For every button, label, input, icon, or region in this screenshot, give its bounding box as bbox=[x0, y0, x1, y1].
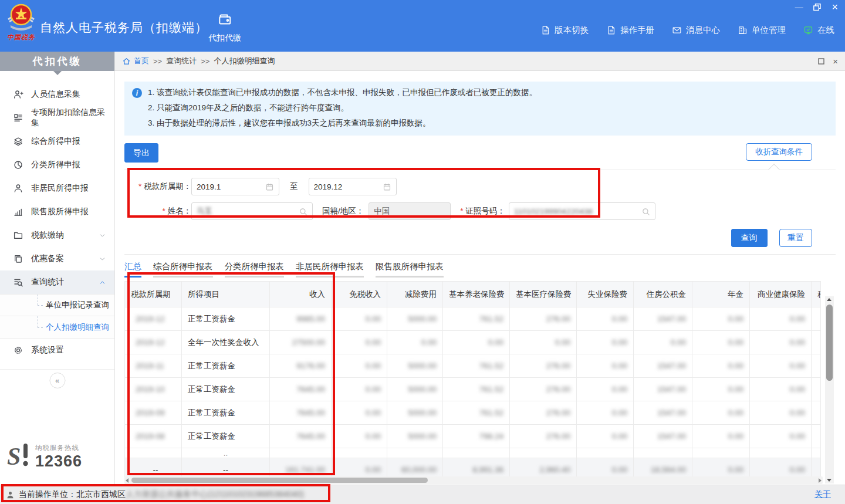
sidebar-item[interactable]: 非居民所得申报 bbox=[0, 177, 114, 200]
sidebar-item[interactable]: 综合所得申报 bbox=[0, 130, 114, 153]
header-nav-item[interactable]: 版本切换 bbox=[540, 25, 589, 36]
current-unit-visible: 北京市西城区 bbox=[76, 489, 126, 500]
table-header-cell: 所得项目 bbox=[182, 282, 270, 307]
sidebar-collapse-button[interactable]: « bbox=[49, 373, 65, 388]
sidebar-item[interactable]: 人员信息采集 bbox=[0, 83, 114, 106]
table-row[interactable]: 2019-11正常工资薪金9176.000.005000.00761.52276… bbox=[125, 354, 821, 378]
table-cell: 7645.00 bbox=[270, 401, 332, 425]
period-to-input[interactable]: 2019.12 bbox=[309, 178, 397, 195]
close-button[interactable]: × bbox=[832, 3, 838, 11]
table-cell: .. bbox=[182, 448, 270, 458]
monitor-check-icon bbox=[803, 25, 813, 35]
table-row[interactable]: 2019-09正常工资薪金7645.000.005000.00761.52276… bbox=[125, 401, 821, 425]
sidebar-item[interactable]: 系统设置 bbox=[0, 339, 114, 362]
chevron-down-icon bbox=[99, 232, 106, 239]
table-cell: 276.00 bbox=[510, 378, 577, 401]
table-cell bbox=[750, 448, 812, 458]
doc-icon bbox=[606, 25, 616, 35]
header-nav-item[interactable]: 单位管理 bbox=[738, 25, 786, 36]
sidebar-item[interactable]: 限售股所得申报 bbox=[0, 200, 114, 224]
toolbar: 导出 收折查询条件 bbox=[124, 143, 836, 163]
breadcrumb-item[interactable]: 查询统计 bbox=[166, 56, 197, 66]
calendar-icon bbox=[383, 182, 391, 191]
table-row[interactable]: 2019-12正常工资薪金9985.000.005000.00761.52276… bbox=[125, 307, 821, 331]
period-from-input[interactable]: 2019.1 bbox=[191, 178, 279, 195]
scroll-up-icon[interactable] bbox=[827, 298, 832, 301]
sidebar-item[interactable]: 查询统计 bbox=[0, 270, 114, 294]
search-button[interactable]: 查询 bbox=[731, 229, 768, 247]
nationality-input: 中国 bbox=[369, 202, 451, 220]
hotline-headset-icon: S bbox=[7, 442, 32, 472]
sidebar-item[interactable]: 分类所得申报 bbox=[0, 153, 114, 177]
table-cell: 1547.00 bbox=[634, 378, 692, 401]
breadcrumb-home[interactable]: 首页 bbox=[122, 56, 149, 66]
table-row[interactable]: 2019-12全年一次性奖金收入27500.000.000.000.000.00… bbox=[125, 331, 821, 354]
header-nav-item[interactable]: 消息中心 bbox=[672, 25, 720, 36]
table-row[interactable]: .. bbox=[125, 448, 821, 458]
header-nav-item[interactable]: 在线 bbox=[803, 25, 834, 36]
table-cell: 5000.00 bbox=[387, 401, 443, 425]
scroll-right-icon[interactable] bbox=[819, 478, 822, 483]
about-link[interactable]: 关于 bbox=[814, 489, 831, 500]
sidebar-item[interactable]: 专项附加扣除信息采集 bbox=[0, 106, 114, 130]
table-cell: 正常工资薪金 bbox=[182, 378, 270, 401]
table-cell: 2019-12 bbox=[125, 307, 182, 331]
table-cell: 0.00 bbox=[692, 331, 750, 354]
module-tab-withholding[interactable]: 代扣代缴 bbox=[207, 12, 243, 43]
table-cell: 0.00 bbox=[692, 378, 750, 401]
panel-controls: × bbox=[818, 58, 838, 65]
table-cell bbox=[812, 331, 821, 354]
restore-button[interactable] bbox=[813, 4, 821, 11]
collapse-query-button[interactable]: 收折查询条件 bbox=[746, 143, 812, 161]
tab-分类所得申报表[interactable]: 分类所得申报表 bbox=[225, 261, 285, 278]
bar-chart-icon bbox=[13, 207, 23, 217]
tab-综合所得申报表[interactable]: 综合所得申报表 bbox=[153, 261, 213, 278]
horizontal-scrollbar[interactable] bbox=[124, 476, 823, 484]
table-cell: 5000.00 bbox=[387, 425, 443, 448]
table-header-cell: 税 bbox=[812, 282, 821, 307]
table-cell: 0.00 bbox=[387, 331, 443, 354]
minimize-button[interactable]: — bbox=[795, 3, 803, 11]
vertical-scroll-thumb[interactable] bbox=[826, 305, 833, 381]
table-cell: 0.00 bbox=[634, 331, 692, 354]
query-buttons: 查询 重置 bbox=[124, 229, 836, 247]
hotline-label: 纳税服务热线 bbox=[35, 444, 82, 452]
table-header-cell: 基本养老保险费 bbox=[443, 282, 510, 307]
table-cell: 1547.00 bbox=[634, 425, 692, 448]
table-cell bbox=[812, 378, 821, 401]
table-cell: 5000.00 bbox=[387, 378, 443, 401]
tab-非居民所得申报表[interactable]: 非居民所得申报表 bbox=[296, 261, 364, 278]
header-nav-item[interactable]: 操作手册 bbox=[606, 25, 654, 36]
name-input[interactable]: 马某 bbox=[191, 202, 313, 220]
table-cell bbox=[812, 425, 821, 448]
reset-button[interactable]: 重置 bbox=[779, 229, 812, 247]
notice-line: 3. 由于数据处理的滞后性，建议您在申报成功3天之后再来查询最新的申报数据。 bbox=[148, 116, 826, 131]
panel-maximize-button[interactable] bbox=[818, 58, 824, 65]
sidebar-item[interactable]: 优惠备案 bbox=[0, 247, 114, 270]
tab-限售股所得申报表[interactable]: 限售股所得申报表 bbox=[376, 261, 444, 278]
table-cell: 0.00 bbox=[332, 354, 387, 378]
sidebar-menu: 人员信息采集专项附加扣除信息采集综合所得申报分类所得申报非居民所得申报限售股所得… bbox=[0, 71, 114, 362]
table-cell: 0.00 bbox=[750, 307, 812, 331]
sidebar-item[interactable]: 税款缴纳 bbox=[0, 224, 114, 247]
table-cell: 正常工资薪金 bbox=[182, 354, 270, 378]
sidebar-subitem[interactable]: 个人扣缴明细查询 bbox=[0, 316, 114, 339]
table-row[interactable]: 2019-10正常工资薪金7645.000.005000.00761.52276… bbox=[125, 378, 821, 401]
table-row[interactable]: 2019-08正常工资薪金7645.000.005000.00798.24276… bbox=[125, 425, 821, 448]
table-cell: 0.00 bbox=[577, 354, 634, 378]
table-cell: 0.00 bbox=[692, 307, 750, 331]
horizontal-scroll-thumb[interactable] bbox=[131, 478, 428, 483]
calendar-icon bbox=[265, 182, 274, 191]
tab-汇总[interactable]: 汇总 bbox=[124, 261, 141, 278]
scroll-left-icon[interactable] bbox=[126, 478, 129, 483]
person-icon bbox=[13, 183, 23, 194]
export-button[interactable]: 导出 bbox=[124, 143, 158, 163]
scroll-down-icon[interactable] bbox=[827, 479, 832, 482]
folder-icon bbox=[13, 230, 23, 241]
id-number-input[interactable]: 110102199904220438 bbox=[509, 202, 655, 220]
panel-close-button[interactable]: × bbox=[833, 58, 838, 65]
breadcrumb: 首页 >> 查询统计 >> 个人扣缴明细查询 × bbox=[115, 52, 845, 71]
vertical-scrollbar[interactable] bbox=[825, 296, 834, 483]
sidebar-collapse-row: « bbox=[0, 369, 114, 394]
sidebar-subitem[interactable]: 单位申报记录查询 bbox=[0, 294, 114, 316]
